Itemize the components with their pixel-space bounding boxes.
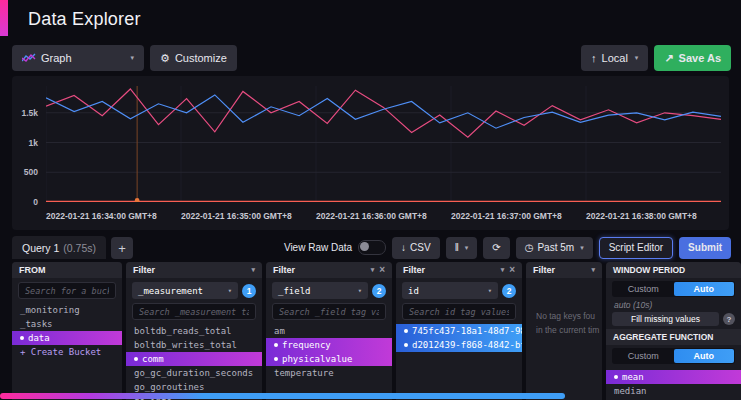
list-item[interactable]: boltdb_reads_total xyxy=(126,324,262,338)
view-type-dropdown[interactable]: Graph ▾ xyxy=(12,45,144,71)
chart-panel: 05001k1.5k 2022-01-21 16:34:00 GMT+82022… xyxy=(12,76,729,230)
x-tick-label: 2022-01-21 16:38:00 GMT+8 xyxy=(586,211,697,221)
list-item-label: boltdb_writes_total xyxy=(134,340,237,350)
gear-icon: ⚙ xyxy=(160,52,170,65)
list-item[interactable]: boltdb_writes_total xyxy=(126,338,262,352)
list-item-label: am xyxy=(274,326,285,336)
customize-label: Customize xyxy=(175,52,227,64)
time-range-dropdown[interactable]: ◷ Past 5m ▾ xyxy=(516,237,593,259)
query-duration: (0.75s) xyxy=(63,242,96,254)
refresh-button[interactable]: ⟳ xyxy=(483,237,509,259)
list-item[interactable]: physicalvalue xyxy=(266,352,392,366)
customize-button[interactable]: ⚙ Customize xyxy=(150,45,237,71)
list-item[interactable]: go_gc_duration_seconds xyxy=(126,366,262,380)
nav-rail[interactable] xyxy=(0,0,8,36)
list-item[interactable]: comm xyxy=(126,352,262,366)
from-panel-title: FROM xyxy=(19,265,46,275)
selected-dot-icon xyxy=(20,336,24,340)
list-item-label: d2012439-f868-4842-bfef-8… xyxy=(412,340,522,350)
chevron-down-icon: ▾ xyxy=(130,54,134,62)
filter-panel-header: Filter ▾ × xyxy=(266,262,392,278)
list-item-label: physicalvalue xyxy=(282,354,352,364)
list-item[interactable]: data xyxy=(12,331,122,345)
y-tick-label: 1k xyxy=(29,138,38,148)
tag-value-list: 745fc437-18a1-48d7-98a6-7…d2012439-f868-… xyxy=(396,324,522,352)
list-item[interactable]: + Create Bucket xyxy=(12,345,122,359)
chevron-down-icon[interactable]: ▾ xyxy=(251,266,255,274)
list-item[interactable]: _monitoring xyxy=(12,303,122,317)
save-as-button[interactable]: ↗ Save As xyxy=(654,45,731,71)
chevron-down-icon[interactable]: ▾ xyxy=(591,266,595,274)
selected-dot-icon xyxy=(404,329,408,333)
add-query-button[interactable]: + xyxy=(111,237,133,259)
view-raw-data-label: View Raw Data xyxy=(284,242,352,253)
close-icon[interactable]: × xyxy=(509,265,515,275)
aggregate-function-list: meanmedianlast xyxy=(606,367,741,400)
close-icon[interactable]: × xyxy=(379,265,385,275)
pause-button[interactable]: ‖ ▾ xyxy=(446,237,478,259)
list-item[interactable]: 745fc437-18a1-48d7-98a6-7… xyxy=(396,324,522,338)
tag-key-dropdown[interactable]: id ▾ xyxy=(402,282,498,299)
tag-key-dropdown[interactable]: _measurement ▾ xyxy=(132,282,238,299)
filter-panel-title: Filter xyxy=(133,265,155,275)
tag-key-row: id ▾ 2 xyxy=(402,282,516,299)
window-auto-option[interactable]: Auto xyxy=(674,282,735,296)
toolbar-right-group: ↑ Local ▾ ↗ Save As xyxy=(581,45,731,71)
list-item[interactable]: mean xyxy=(606,370,741,384)
tag-value-search-input[interactable] xyxy=(132,303,256,320)
download-csv-button[interactable]: ↓ CSV xyxy=(392,237,440,259)
filter-panel-field: Filter ▾ × _field ▾ 2 amfrequencyphysica… xyxy=(266,262,392,400)
bucket-search-input[interactable] xyxy=(18,282,116,299)
aggregate-auto-option[interactable]: Auto xyxy=(674,349,735,363)
empty-state-line2: in the current tim xyxy=(536,324,596,338)
local-dropdown[interactable]: ↑ Local ▾ xyxy=(581,45,648,71)
horizontal-scrollbar[interactable] xyxy=(0,393,565,399)
tag-key-row: _measurement ▾ 1 xyxy=(132,282,256,299)
list-item-label: _monitoring xyxy=(20,305,80,315)
selected-count-badge: 2 xyxy=(502,284,516,298)
window-custom-option[interactable]: Custom xyxy=(613,282,674,296)
query-tab[interactable]: Query 1 (0.75s) xyxy=(12,236,106,259)
list-item[interactable]: temperature xyxy=(266,366,392,380)
chevron-down-icon[interactable]: ▾ xyxy=(501,266,505,274)
tag-key-label: _measurement xyxy=(138,286,203,296)
filter-panel-header: Filter ▾ × xyxy=(396,262,522,278)
list-item-label: data xyxy=(28,333,50,343)
aggregate-custom-option[interactable]: Custom xyxy=(613,349,674,363)
tag-value-search-input[interactable] xyxy=(272,303,386,320)
plot-area[interactable] xyxy=(46,86,721,202)
from-panel: FROM _monitoring_tasksdata+ Create Bucke… xyxy=(12,262,122,400)
query-bar: Query 1 (0.75s) + View Raw Data ↓ CSV ‖ … xyxy=(12,235,731,259)
local-label: Local xyxy=(602,52,628,64)
list-item[interactable]: d2012439-f868-4842-bfef-8… xyxy=(396,338,522,352)
filter-panel-title: Filter xyxy=(533,265,555,275)
selected-dot-icon xyxy=(274,357,278,361)
chevron-down-icon: ▾ xyxy=(465,244,469,252)
list-item-label: median xyxy=(614,386,647,396)
list-item-label: frequency xyxy=(282,340,331,350)
tag-value-search-input[interactable] xyxy=(402,303,516,320)
from-panel-header: FROM xyxy=(12,262,122,278)
time-range-label: Past 5m xyxy=(537,242,574,253)
help-icon[interactable]: ? xyxy=(723,313,735,325)
list-item[interactable]: _tasks xyxy=(12,317,122,331)
submit-button[interactable]: Submit xyxy=(679,237,731,259)
tag-key-label: _field xyxy=(278,286,311,296)
filter-panel-body: No tag keys fou in the current tim xyxy=(526,278,602,400)
chart-canvas xyxy=(46,86,721,202)
tag-key-dropdown[interactable]: _field ▾ xyxy=(272,282,368,299)
y-axis: 05001k1.5k xyxy=(12,86,42,202)
list-item[interactable]: median xyxy=(606,384,741,398)
fill-missing-values-toggle[interactable]: Fill missing values xyxy=(612,312,719,326)
script-editor-button[interactable]: Script Editor xyxy=(599,237,673,259)
chevron-down-icon: ▾ xyxy=(635,54,639,62)
list-item[interactable]: frequency xyxy=(266,338,392,352)
selected-dot-icon xyxy=(134,357,138,361)
chevron-down-icon[interactable]: ▾ xyxy=(371,266,375,274)
list-item[interactable]: go_goroutines xyxy=(126,380,262,394)
list-item[interactable]: am xyxy=(266,324,392,338)
list-item-label: + Create Bucket xyxy=(20,347,101,357)
view-raw-data-toggle[interactable] xyxy=(358,240,386,255)
chevron-down-icon: ▾ xyxy=(358,287,362,295)
list-item-label: _tasks xyxy=(20,319,53,329)
